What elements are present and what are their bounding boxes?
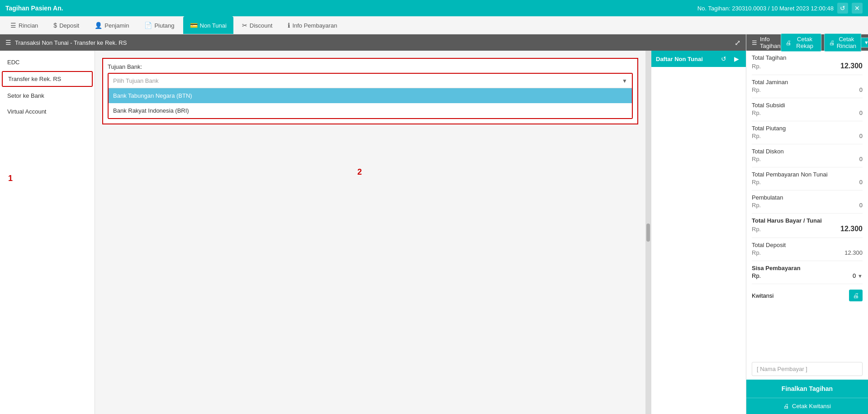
content-with-sidebar: EDC Transfer ke Rek. RS Setor ke Bank Vi… [0, 51, 746, 414]
hamburger-icon: ☰ [752, 39, 757, 46]
daftar-arrow-icon[interactable]: ▶ [731, 54, 741, 64]
main-layout: ☰ Transaksi Non Tunai - Transfer ke Rek.… [0, 34, 868, 414]
info-icon: ℹ [288, 22, 290, 29]
daftar-panel: Daftar Non Tunai ↺ ▶ [651, 51, 746, 414]
row-total-nontunai: Total Pembayaran Non Tunai Rp. 0 [752, 171, 863, 186]
penjamin-icon: 👤 [95, 22, 102, 29]
daftar-icons: ↺ ▶ [719, 54, 741, 64]
dropdown-option-bri[interactable]: Bank Rakyat Indonesia (BRI) [109, 103, 632, 118]
bank-dropdown[interactable]: Pilih Tujuan Bank ▼ Bank Tabungan Negara… [108, 73, 633, 119]
row-total-diskon: Total Diskon Rp. 0 [752, 148, 863, 162]
invoice-number: No. Tagihan: 230310.0003 / 10 Maret 2023… [697, 5, 834, 12]
section-title: Transaksi Non Tunai - Transfer ke Rek. R… [15, 39, 127, 46]
tab-infopembayaran[interactable]: ℹ Info Pembayaran [281, 16, 344, 34]
dropdown-placeholder: Pilih Tujuan Bank [113, 77, 158, 84]
kwitansi-label: Kwitansi [752, 292, 773, 299]
row-sisa-pembayaran: Sisa Pembayaran Rp. 0 ▼ [752, 265, 863, 279]
discount-icon: ✂ [242, 22, 247, 29]
printer-icon: 🖨 [786, 39, 792, 46]
daftar-header: Daftar Non Tunai ↺ ▶ [651, 51, 746, 67]
piutang-icon: 📄 [144, 22, 152, 29]
main-content: Tujuan Bank: Pilih Tujuan Bank ▼ Bank Ta… [95, 51, 645, 414]
kwitansi-row: Kwitansi 🖨 [752, 288, 863, 303]
daftar-refresh-icon[interactable]: ↺ [719, 54, 729, 64]
cetak-rincian-dropdown-button[interactable]: ▼ [861, 38, 868, 48]
row-total-piutang: Total Piutang Rp. 0 [752, 125, 863, 139]
cetak-kwitansi-printer-icon: 🖨 [783, 403, 789, 409]
refresh-icon[interactable]: ↺ [837, 3, 848, 14]
sidebar-item-virtual[interactable]: Virtual Account [0, 104, 95, 119]
row-total-bayar: Total Harus Bayar / Tunai Rp. 12.300 [752, 217, 863, 233]
center-area: Tujuan Bank: Pilih Tujuan Bank ▼ Bank Ta… [95, 51, 645, 414]
annotation-1: 1 [8, 174, 13, 183]
bank-selector-area: Tujuan Bank: Pilih Tujuan Bank ▼ Bank Ta… [102, 58, 638, 124]
sisa-dropdown-arrow[interactable]: ▼ [858, 273, 863, 279]
daftar-title: Daftar Non Tunai [656, 56, 703, 62]
left-sidebar: EDC Transfer ke Rek. RS Setor ke Bank Vi… [0, 51, 95, 414]
tab-piutang[interactable]: 📄 Piutang [138, 16, 181, 34]
bank-label: Tujuan Bank: [108, 63, 633, 70]
cetak-rincian-wrapper: 🖨 Cetak Rincian ▼ [824, 33, 868, 52]
rincian-icon: ☰ [10, 22, 16, 29]
dropdown-selected[interactable]: Pilih Tujuan Bank ▼ [109, 74, 632, 88]
tab-discount[interactable]: ✂ Discount [235, 16, 280, 34]
tab-penjamin[interactable]: 👤 Penjamin [88, 16, 136, 34]
sidebar-item-edc[interactable]: EDC [0, 54, 95, 70]
close-icon[interactable]: ✕ [852, 3, 863, 14]
dropdown-list: Bank Tabungan Negara (BTN) Bank Rakyat I… [109, 88, 632, 118]
dropdown-option-btn[interactable]: Bank Tabungan Negara (BTN) [109, 88, 632, 103]
printer2-icon: 🖨 [829, 39, 835, 46]
row-total-jaminan: Total Jaminan Rp. 0 [752, 79, 863, 93]
nontunai-icon: 💳 [190, 22, 198, 29]
menu-icon[interactable]: ☰ [5, 39, 11, 46]
right-panel-header: ☰ Info Tagihan 🖨 Cetak Rekap 🖨 Cetak Rin… [746, 34, 868, 51]
tab-deposit[interactable]: $ Deposit [47, 16, 86, 34]
sidebar-item-transfer[interactable]: Transfer ke Rek. RS [2, 71, 93, 87]
scroll-indicator[interactable] [645, 51, 651, 414]
kwitansi-print-button[interactable]: 🖨 [849, 290, 863, 301]
deposit-icon: $ [53, 22, 57, 29]
dropdown-arrow-icon: ▼ [622, 78, 627, 84]
app-title: Tagihan Pasien An. [5, 5, 63, 12]
tab-nontunai[interactable]: 💳 Non Tunai [183, 16, 233, 34]
expand-icon[interactable]: ⤢ [735, 38, 740, 47]
tab-rincian[interactable]: ☰ Rincian [4, 16, 45, 34]
right-panel: ☰ Info Tagihan 🖨 Cetak Rekap 🖨 Cetak Rin… [746, 34, 868, 414]
annotation-2: 2 [357, 167, 362, 177]
nama-pembayar-input[interactable]: [ Nama Pembayar ] [752, 362, 863, 376]
row-pembulatan: Pembulatan Rp. 0 [752, 194, 863, 209]
cetak-rincian-button[interactable]: 🖨 Cetak Rincian [824, 33, 861, 52]
cetak-rekap-button[interactable]: 🖨 Cetak Rekap [781, 33, 821, 52]
scroll-thumb [646, 224, 650, 242]
top-bar: Tagihan Pasien An. No. Tagihan: 230310.0… [0, 0, 868, 16]
cetak-kwitansi-button[interactable]: 🖨 Cetak Kwitansi [746, 398, 868, 414]
sidebar-item-setor[interactable]: Setor ke Bank [0, 88, 95, 104]
row-total-deposit: Total Deposit Rp. 12.300 [752, 242, 863, 256]
bottom-buttons: Finalkan Tagihan 🖨 Cetak Kwitansi [746, 380, 868, 414]
row-total-subsidi: Total Subsidi Rp. 0 [752, 102, 863, 116]
info-body: Total Tagihan Rp. 12.300 Total Jaminan R… [746, 51, 868, 360]
top-bar-right: No. Tagihan: 230310.0003 / 10 Maret 2023… [697, 3, 863, 14]
tab-bar: ☰ Rincian $ Deposit 👤 Penjamin 📄 Piutang… [0, 16, 868, 34]
section-header: ☰ Transaksi Non Tunai - Transfer ke Rek.… [0, 34, 746, 51]
info-tagihan-title: Info Tagihan [760, 36, 781, 49]
row-total-tagihan: Total Tagihan Rp. 12.300 [752, 54, 863, 70]
finalize-button[interactable]: Finalkan Tagihan [746, 380, 868, 398]
